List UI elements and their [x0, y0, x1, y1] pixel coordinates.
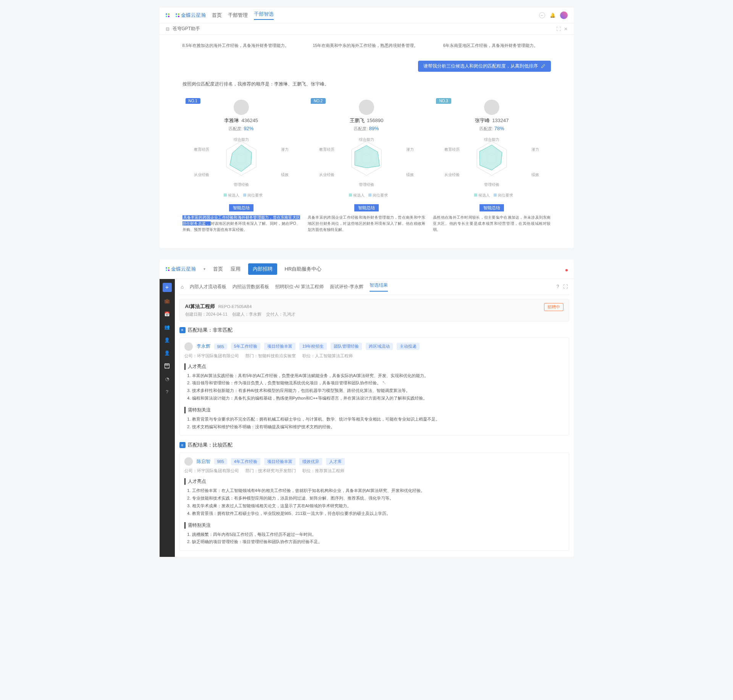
- person-avatar: [184, 457, 193, 466]
- match1-header: ≡ 匹配结果：非常匹配: [179, 327, 569, 334]
- bc-1[interactable]: 内部人才流动看板: [190, 284, 226, 290]
- person-tag: 5年工作经验: [231, 343, 260, 350]
- candidate-summary: 虽然他在海外工作时间较长，但主要集中在雅加达，并未涉及到东南亚大区。他的专长主要…: [433, 215, 551, 233]
- nav2-internal-hire[interactable]: 内部招聘: [248, 263, 277, 275]
- edit-icon[interactable]: [541, 64, 546, 68]
- match2-title: 匹配结果：比较匹配: [188, 442, 232, 448]
- list-item: 技术文档编写和维护经验不明确：没有明确提及编写和维护技术文档的经验。: [192, 423, 564, 431]
- job-title: AI算法工程师: [185, 303, 215, 309]
- sidebar-help-icon[interactable]: ?: [163, 388, 171, 396]
- person-tag: 跨区域流动: [366, 343, 393, 350]
- list-item: 技术多样性和创新能力：有多种AI技术和模型的应用能力，包括机器学习模型预测、路径…: [192, 387, 564, 395]
- result-icon: ≡: [179, 327, 186, 333]
- bell-icon[interactable]: 🔔: [550, 13, 555, 18]
- radar-chart: [469, 135, 515, 181]
- candidate-avatar: [484, 100, 499, 115]
- nav-cadre-mgmt[interactable]: 干部管理: [228, 12, 248, 19]
- person-name[interactable]: 陈启智: [197, 458, 210, 465]
- sidebar-person-icon[interactable]: 👤: [163, 336, 171, 344]
- svg-marker-3: [230, 145, 252, 171]
- highlights-list: 丰富的AI算法实践经验：具有5年的AI工作经验，负责使用AI算法赋能业务，具备实…: [184, 372, 564, 402]
- recruitment-panel: 金蝶云星瀚 ▾ 首页 应用 内部招聘 HR自助服务中心 + 💼 📅 👥 👤 👤 …: [160, 260, 574, 557]
- candidate-avatar: [359, 100, 374, 115]
- radar-legend: 候选人岗位要求: [308, 193, 425, 198]
- list-item: 教育背景与专业要求的不完全匹配：拥有机械工程硕士学位，与计算机、数学、统计学等相…: [192, 416, 564, 423]
- assistant-icon: ⊟: [166, 26, 170, 32]
- list-item: 跳槽频繁：四年内有5段工作经历，每段工作经历不超过一年时间。: [192, 531, 564, 539]
- breadcrumbs: ⌂ 内部人才流动看板 内招运营数据看板 招聘职位-AI 算法工程师 面试评价-李…: [179, 279, 569, 295]
- bc-4[interactable]: 面试评价-李永辉: [330, 284, 363, 290]
- job-creator-label: 创建人：: [232, 312, 249, 316]
- brand-name: 金蝶云星瀚: [181, 12, 206, 19]
- list-item: 专业技能和技术实践：有多种模型应用的能力，涉及协同过滤、矩阵分解、图序列、推荐系…: [192, 495, 564, 502]
- job-header: AI算法工程师 REPO-E7505AB4 创建日期：2024-04-11 创建…: [179, 299, 569, 321]
- person-avatar: [184, 342, 193, 351]
- nav-cadre-select[interactable]: 干部智选: [254, 11, 274, 20]
- list-item: 相关学术成果：发表过人工智能领域相关论文，这显示了其在AI领域的学术研究能力。: [192, 502, 564, 510]
- sidebar-group-icon[interactable]: 👪: [163, 362, 171, 370]
- intro-row: 8.5年在雅加达的海外工作经验，具备海外财务管理能力。 15年在南美和中东的海外…: [182, 42, 551, 49]
- close-icon[interactable]: ✕: [564, 26, 568, 32]
- rank-badge: NO.1: [186, 98, 200, 104]
- bc-5[interactable]: 智选结果: [370, 282, 388, 292]
- job-date: 2024-04-11: [206, 312, 228, 316]
- sidebar-add[interactable]: +: [163, 283, 172, 292]
- intro-2: 15年在南美和中东的海外工作经验，熟悉跨境财务管理。: [313, 42, 420, 49]
- candidate-cards: NO.1 李雅琳436245 匹配度: 92% 综合能力 潜力 绩效 管理经验 …: [182, 97, 551, 233]
- person-name[interactable]: 李永辉: [197, 343, 210, 350]
- sidebar-briefcase-icon[interactable]: 💼: [163, 297, 171, 305]
- match1-title: 匹配结果：非常匹配: [188, 327, 232, 334]
- person-tag: 项目经验丰富: [264, 458, 295, 465]
- svg-marker-7: [355, 145, 379, 168]
- assistant-title: 苍穹GPT助手: [173, 26, 200, 32]
- candidate-match: 匹配度: 92%: [182, 126, 300, 132]
- highlights-header: 人才亮点: [184, 363, 564, 370]
- sidebar-calendar-icon[interactable]: 📅: [163, 310, 171, 318]
- cursor-icon: ↖: [382, 381, 386, 385]
- nav-home[interactable]: 首页: [212, 12, 222, 19]
- app-grid-icon[interactable]: [166, 13, 170, 17]
- rank-badge: NO.3: [436, 98, 451, 104]
- candidate-name: 王鹏飞156890: [308, 117, 425, 124]
- person-tag: 985: [214, 344, 227, 350]
- concerns-header: 需特别关注: [184, 407, 564, 413]
- sidebar-chart-icon[interactable]: ◔: [163, 375, 171, 383]
- candidate-summary: 具备丰富的跨国企业工作经验和海外财务管理能力，曾在南美和中东地区担任财务岗位，对…: [308, 215, 425, 233]
- nav2-home[interactable]: 首页: [213, 266, 223, 273]
- nav2-apps[interactable]: 应用: [231, 266, 241, 273]
- candidate-card: NO.2 王鹏飞156890 匹配度: 89% 综合能力 潜力 绩效 管理经验 …: [308, 97, 425, 233]
- intro-3: 6年东南亚地区工作经验，具备海外财务管理能力。: [443, 42, 551, 49]
- list-item: 教育背景强：拥有软件工程硕士学位，毕业院校是985、211双一流大学，符合职位要…: [192, 510, 564, 518]
- person-tag: 团队管理经验: [331, 343, 362, 350]
- candidate-summary: 具备丰富的跨国企业工作经验和海外财务管理能力，曾在东南亚大区担任财务总监，对该地…: [182, 215, 300, 233]
- job-handler: 孔鸿才: [283, 312, 295, 316]
- radar-chart: [218, 135, 264, 181]
- job-creator: 李永辉: [249, 312, 262, 316]
- result-icon: ≡: [179, 442, 186, 448]
- sidebar-people-icon[interactable]: 👥: [163, 323, 171, 331]
- sidebar-person2-icon[interactable]: 👤: [163, 349, 171, 357]
- person-tag: 项目经验丰富: [264, 343, 295, 350]
- job-handler-label: 交付人：: [266, 312, 283, 316]
- expand-icon[interactable]: ⛶: [556, 26, 561, 32]
- list-item: 缺乏明确的项目管理经验：项目管理经验和团队协作方面的经验不足。: [192, 538, 564, 546]
- user-avatar[interactable]: [560, 11, 568, 19]
- radar-legend: 候选人岗位要求: [433, 193, 551, 198]
- job-date-label: 创建日期：: [185, 312, 206, 316]
- candidate-avatar: [234, 100, 249, 115]
- candidate-name: 李雅琳436245: [182, 117, 300, 124]
- help-icon[interactable]: ?: [557, 284, 559, 289]
- nav2-hr-self[interactable]: HR自助服务中心: [285, 266, 322, 273]
- fullscreen-icon[interactable]: ⛶: [563, 284, 568, 289]
- minimize-icon[interactable]: −: [539, 12, 545, 18]
- chevron-down-icon[interactable]: ▾: [203, 267, 205, 271]
- person-tag: 985: [214, 458, 227, 465]
- bc-2[interactable]: 内招运营数据看板: [232, 284, 269, 290]
- subheader: ⊟ 苍穹GPT助手 ⛶ ✕: [160, 23, 574, 35]
- highlights-header: 人才亮点: [184, 478, 564, 485]
- home-icon[interactable]: ⌂: [181, 284, 184, 290]
- person-tag: 主动投递: [397, 343, 420, 350]
- sidebar: + 💼 📅 👥 👤 👤 👪 ◔ ?: [160, 279, 175, 557]
- bc-3[interactable]: 招聘职位-AI 算法工程师: [275, 284, 324, 290]
- gpt-assistant-panel: 金蝶云星瀚 首页 干部管理 干部智选 − 🔔 ⊟ 苍穹GPT助手 ⛶ ✕ 8.5…: [160, 8, 574, 248]
